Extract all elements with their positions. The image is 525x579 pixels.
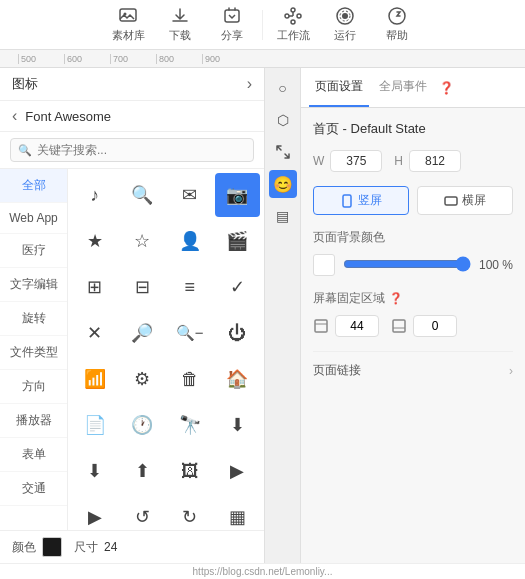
icon-download[interactable]: ⬇ bbox=[215, 403, 261, 447]
icon-list[interactable]: ≡ bbox=[167, 265, 213, 309]
circle-icon-btn[interactable]: ○ bbox=[269, 74, 297, 102]
category-item-direction[interactable]: 方向 bbox=[0, 370, 67, 404]
layers-icon-btn[interactable]: ▤ bbox=[269, 202, 297, 230]
fixed-bottom-icon bbox=[391, 318, 407, 334]
help-icon bbox=[387, 6, 407, 26]
fixed-top-input[interactable] bbox=[335, 315, 379, 337]
cube-icon-btn[interactable]: ⬡ bbox=[269, 106, 297, 134]
svg-point-6 bbox=[291, 20, 295, 24]
icon-rotate-left[interactable]: ↺ bbox=[120, 495, 166, 530]
category-item-medical[interactable]: 医疗 bbox=[0, 234, 67, 268]
category-item-player[interactable]: 播放器 bbox=[0, 404, 67, 438]
portrait-button[interactable]: 竖屏 bbox=[313, 186, 409, 215]
icon-film[interactable]: 🎬 bbox=[215, 219, 261, 263]
icon-play-circle[interactable]: ▶ bbox=[72, 495, 118, 530]
toolbar: 素材库 下载 分享 工作流 运行 帮助 bbox=[0, 0, 525, 50]
page-link-chevron-icon: › bbox=[509, 364, 513, 378]
portrait-icon bbox=[340, 194, 354, 208]
toolbar-item-assets[interactable]: 素材库 bbox=[106, 6, 150, 43]
icon-browser: 全部 Web App 医疗 文字编辑 旋转 文件类型 方向 播放器 表单 交通 … bbox=[0, 169, 264, 530]
svg-point-4 bbox=[297, 14, 301, 18]
icon-table[interactable]: ▦ bbox=[215, 495, 261, 530]
width-item: W bbox=[313, 150, 382, 172]
toolbar-item-run[interactable]: 运行 bbox=[323, 6, 367, 43]
bg-label: 页面背景颜色 bbox=[313, 229, 513, 246]
icon-zoom-in[interactable]: 🔎 bbox=[120, 311, 166, 355]
icon-grid3x3[interactable]: ⊟ bbox=[120, 265, 166, 309]
toolbar-item-share[interactable]: 分享 bbox=[210, 6, 254, 43]
landscape-icon bbox=[444, 194, 458, 208]
category-item-traffic[interactable]: 交通 bbox=[0, 472, 67, 506]
fixed-help-icon[interactable]: ❓ bbox=[389, 292, 403, 305]
bg-section: 页面背景颜色 100 % bbox=[313, 229, 513, 276]
icon-trash[interactable]: 🗑 bbox=[167, 357, 213, 401]
icon-home[interactable]: 🏠 bbox=[215, 357, 261, 401]
toolbar-item-workflow[interactable]: 工作流 bbox=[271, 6, 315, 43]
svg-rect-2 bbox=[225, 10, 239, 22]
size-label: 尺寸 bbox=[74, 539, 98, 556]
icon-arrow-up[interactable]: ⬆ bbox=[120, 449, 166, 493]
icon-star[interactable]: ☆ bbox=[120, 219, 166, 263]
icon-binoculars[interactable]: 🔭 bbox=[167, 403, 213, 447]
icon-grid2x2[interactable]: ⊞ bbox=[72, 265, 118, 309]
page-link-section[interactable]: 页面链接 › bbox=[313, 351, 513, 389]
fixed-bottom-input[interactable] bbox=[413, 315, 457, 337]
icon-gear[interactable]: ⚙ bbox=[120, 357, 166, 401]
icon-star-fill[interactable]: ★ bbox=[72, 219, 118, 263]
vert-icon-bar: ○ ⬡ 😊 ▤ bbox=[265, 68, 301, 563]
landscape-button[interactable]: 横屏 bbox=[417, 186, 513, 215]
icon-arrow-down[interactable]: ⬇ bbox=[72, 449, 118, 493]
search-bar: 🔍 bbox=[0, 132, 264, 169]
category-item-filetype[interactable]: 文件类型 bbox=[0, 336, 67, 370]
resize-icon-btn[interactable] bbox=[269, 138, 297, 166]
tab-global-events[interactable]: 全局事件 bbox=[373, 68, 433, 107]
panel-title: 图标 bbox=[12, 75, 38, 93]
icon-check[interactable]: ✓ bbox=[215, 265, 261, 309]
tab-page-settings[interactable]: 页面设置 bbox=[309, 68, 369, 107]
icon-user[interactable]: 👤 bbox=[167, 219, 213, 263]
category-item-rotate[interactable]: 旋转 bbox=[0, 302, 67, 336]
icon-close[interactable]: ✕ bbox=[72, 311, 118, 355]
height-input[interactable] bbox=[409, 150, 461, 172]
page-link-label: 页面链接 bbox=[313, 362, 361, 379]
right-content: 首页 - Default State W H 竖屏 bbox=[301, 108, 525, 401]
icon-mail[interactable]: ✉ bbox=[167, 173, 213, 217]
bottom-bar: 颜色 尺寸 24 bbox=[0, 530, 264, 563]
ruler: 500 600 700 800 900 bbox=[0, 50, 525, 68]
icon-search[interactable]: 🔍 bbox=[120, 173, 166, 217]
opacity-slider[interactable] bbox=[343, 256, 471, 272]
icon-clock[interactable]: 🕐 bbox=[120, 403, 166, 447]
icon-image[interactable]: 🖼 bbox=[167, 449, 213, 493]
category-item-webapp[interactable]: Web App bbox=[0, 203, 67, 234]
icon-rotate-right[interactable]: ↻ bbox=[167, 495, 213, 530]
toolbar-item-download[interactable]: 下载 bbox=[158, 6, 202, 43]
icon-signal[interactable]: 📶 bbox=[72, 357, 118, 401]
resize-icon bbox=[275, 144, 291, 160]
help-icon[interactable]: ❓ bbox=[439, 81, 454, 95]
category-item-form[interactable]: 表单 bbox=[0, 438, 67, 472]
svg-point-8 bbox=[342, 13, 348, 19]
color-swatch[interactable] bbox=[42, 537, 62, 557]
icon-zoom-out[interactable]: 🔍− bbox=[167, 311, 213, 355]
icon-camera[interactable]: 📷 bbox=[215, 173, 261, 217]
width-label: W bbox=[313, 154, 324, 168]
panel-expand-icon[interactable]: › bbox=[247, 75, 252, 93]
category-item-text[interactable]: 文字编辑 bbox=[0, 268, 67, 302]
fixed-title: 屏幕固定区域 bbox=[313, 290, 385, 307]
watermark: https://blog.csdn.net/Lemonliy... bbox=[0, 563, 525, 579]
icon-music[interactable]: ♪ bbox=[72, 173, 118, 217]
back-button[interactable]: ‹ bbox=[12, 107, 17, 125]
smiley-icon-btn[interactable]: 😊 bbox=[269, 170, 297, 198]
width-input[interactable] bbox=[330, 150, 382, 172]
icon-grid: ♪ 🔍 ✉ 📷 ★ ☆ 👤 🎬 ⊞ ⊟ ≡ ✓ bbox=[68, 169, 264, 530]
height-item: H bbox=[394, 150, 461, 172]
category-item-all[interactable]: 全部 bbox=[0, 169, 67, 203]
bg-color-swatch[interactable] bbox=[313, 254, 335, 276]
search-input[interactable] bbox=[10, 138, 254, 162]
icon-play[interactable]: ▶ bbox=[215, 449, 261, 493]
icon-file[interactable]: 📄 bbox=[72, 403, 118, 447]
wh-row: W H bbox=[313, 150, 513, 172]
svg-rect-14 bbox=[393, 320, 405, 332]
icon-power[interactable]: ⏻ bbox=[215, 311, 261, 355]
toolbar-item-help[interactable]: 帮助 bbox=[375, 6, 419, 43]
